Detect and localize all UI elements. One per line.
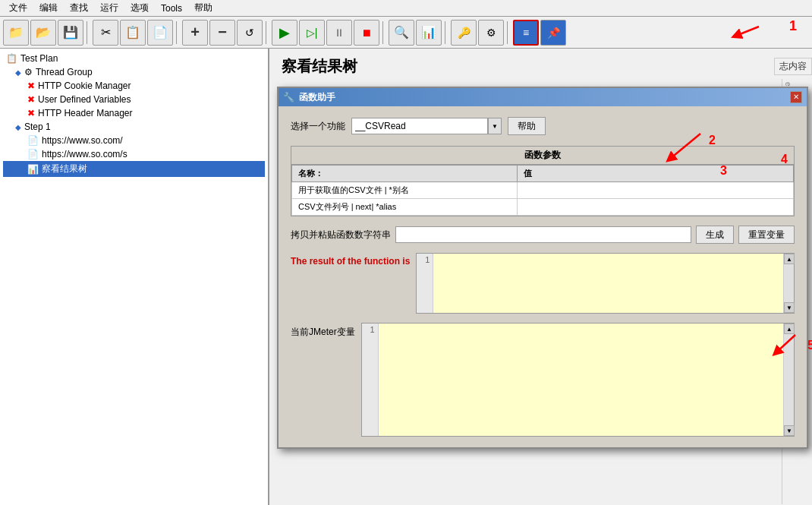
reset-button[interactable]: 重置变量 [738,226,795,244]
toolbar-sep-5 [445,21,448,44]
remove-button[interactable]: − [209,20,235,46]
menu-run[interactable]: 运行 [94,0,124,16]
pin-button[interactable]: 📌 [540,20,566,46]
toolbar-sep-3 [266,21,269,44]
tree-item-url1[interactable]: 📄 https://www.so.com/ [3,134,265,147]
jmeter-scroll-up[interactable]: ▲ [784,324,795,334]
url1-label: https://www.so.com/ [42,135,123,146]
gen-button[interactable]: 生成 [696,226,734,244]
cookie-icon: ✖ [27,80,35,91]
jmeter-scrollbar: ▲ ▼ [783,324,794,436]
cut-button[interactable]: ✂ [93,20,118,46]
result-scroll-up[interactable]: ▲ [784,254,795,264]
tree-item-resultviewer[interactable]: 📊 察看结果树 [3,161,265,177]
func-help-button[interactable]: 帮助 [508,117,546,135]
params-col-value: 值 [518,166,794,182]
dialog-title-icon: 🔧 [283,92,294,103]
search-tool-button[interactable]: 🔍 [389,20,414,46]
tree-item-cookie[interactable]: ✖ HTTP Cookie Manager [3,79,265,93]
annotation-1: 1 [789,18,797,34]
copy-button[interactable]: 📋 [120,20,146,46]
menu-edit[interactable]: 编辑 [33,0,64,16]
threadgroup-dot: ◆ [15,68,21,77]
copy-label: 拷贝并粘贴函数数字符串 [291,229,391,241]
jmeter-label: 当前JMeter变量 [291,323,355,339]
new-button[interactable]: 📁 [3,20,29,46]
open-button[interactable]: 📂 [30,20,56,46]
add-button[interactable]: + [182,20,208,46]
pause-button[interactable]: ⏸ [326,20,352,46]
param-value-2[interactable] [518,199,794,216]
tree-item-uservars[interactable]: ✖ User Defined Variables [3,93,265,106]
result-section: The result of the function is 1 ▲ ▼ [291,253,795,314]
tree-item-httpheader[interactable]: ✖ HTTP Header Manager [3,106,265,120]
params-section: 函数参数 名称： 值 用于获取值的CSV文件 | *别名 [291,146,795,216]
func-select-input[interactable] [351,118,488,134]
menu-help[interactable]: 帮助 [188,0,219,16]
func-dropdown-button[interactable]: ▼ [488,118,502,134]
param-value-1[interactable] [518,182,794,199]
settings-tool-button[interactable]: ⚙ [478,20,504,46]
toolbar-sep-1 [87,21,90,44]
menu-file[interactable]: 文件 [3,0,33,16]
testplan-icon: 📋 [6,53,17,64]
toolbar-sep-6 [507,21,510,44]
dialog-title-text: 函数助手 [299,91,335,104]
save-button[interactable]: 💾 [58,20,83,46]
arrow-1-icon [721,21,766,43]
panel-header: 察看结果树 [269,49,812,80]
param-input-2[interactable] [518,200,793,214]
param-name-2: CSV文件列号 | next| *alias [292,199,518,216]
tree-item-step1[interactable]: ◆ Step 1 [3,120,265,134]
result-label: The result of the function is [291,253,410,267]
uservars-icon: ✖ [27,94,35,105]
result-text-area[interactable] [433,254,783,313]
copy-input[interactable] [395,226,691,243]
menu-options[interactable]: 选项 [124,0,155,16]
step1-label: Step 1 [24,122,51,132]
panel-title: 察看结果树 [282,56,800,77]
uservars-label: User Defined Variables [38,94,131,105]
list-button[interactable]: ≡ [513,20,539,46]
threadgroup-icon: ⚙ [24,67,33,77]
params-col-name: 名称： [292,166,518,182]
dialog-body: 选择一个功能 ▼ 帮助 2 函数参数 [279,106,807,447]
step1-dot: ◆ [15,123,21,131]
toolbar-sep-4 [382,21,386,44]
menu-tools[interactable]: Tools [155,2,188,15]
param-row-2: CSV文件列号 | next| *alias [292,199,794,216]
toolbar-sep-2 [176,21,179,44]
stop-button[interactable]: ⏹ [354,20,379,46]
report-button[interactable]: 📊 [416,20,442,46]
main-area: 📋 Test Plan ◆ ⚙ Thread Group ✖ HTTP Cook… [0,49,812,505]
cookie-label: HTTP Cookie Manager [38,80,131,91]
log-content-label: 志内容 [774,58,812,75]
start-nopause-button[interactable]: ▷| [299,20,325,46]
svg-line-0 [736,27,759,36]
func-select-label: 选择一个功能 [291,120,345,133]
params-header: 函数参数 [291,147,794,165]
testplan-label: Test Plan [20,53,58,64]
start-button[interactable]: ▶ [272,20,297,46]
tree-item-testplan[interactable]: 📋 Test Plan [3,52,265,65]
resultviewer-icon: 📊 [27,164,39,175]
jmeter-section: 当前JMeter变量 1 ▲ ▼ [291,323,795,437]
resultviewer-label: 察看结果树 [42,163,87,175]
dialog-titlebar: 🔧 函数助手 ✕ [279,88,807,106]
dialog-close-button[interactable]: ✕ [790,91,802,103]
menu-find[interactable]: 查找 [64,0,94,16]
annotation-4: 4 [781,153,788,166]
key-button[interactable]: 🔑 [451,20,477,46]
tree-item-url2[interactable]: 📄 https://www.so.com/s [3,147,265,161]
right-panel: 察看结果树 志内容 🔧 函数助手 ✕ 选择一个功能 [269,49,812,505]
jmeter-scroll-down[interactable]: ▼ [784,425,795,436]
clear-button[interactable]: ↺ [237,20,263,46]
function-dialog: 🔧 函数助手 ✕ 选择一个功能 ▼ 帮助 2 [277,87,808,449]
annotation-5: 5 [807,339,812,352]
paste-button[interactable]: 📄 [147,20,173,46]
tree-item-threadgroup[interactable]: ◆ ⚙ Thread Group [3,65,265,79]
param-row-1: 用于获取值的CSV文件 | *别名 [292,182,794,199]
result-scroll-down[interactable]: ▼ [784,302,795,313]
jmeter-text-area[interactable] [379,324,783,436]
param-input-1[interactable] [518,184,793,197]
